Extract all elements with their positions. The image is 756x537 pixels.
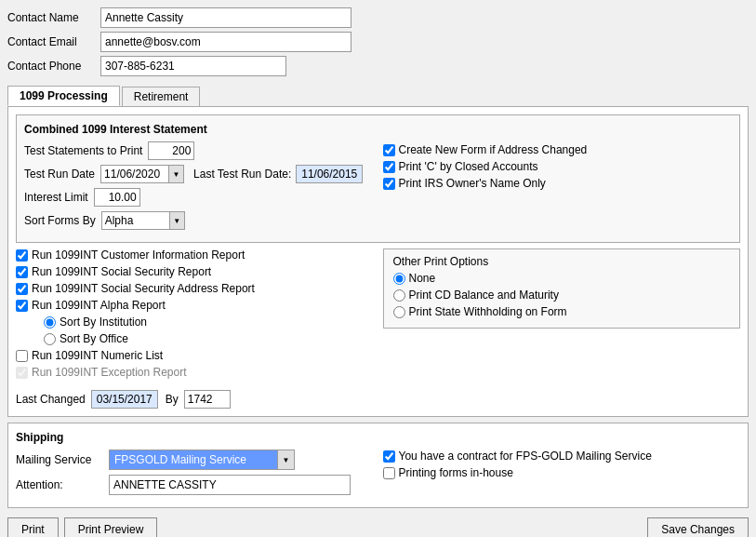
cb1-checkbox[interactable] xyxy=(16,249,28,262)
main-checkboxes-col: Run 1099INT Customer Information Report … xyxy=(16,248,374,383)
shipping-section: Shipping Mailing Service FPSGOLD Mailing… xyxy=(7,423,749,508)
create-new-form-label: Create New Form if Address Changed xyxy=(399,143,588,156)
other-print-col: Other Print Options None Print CD Balanc… xyxy=(383,248,741,383)
op3-label: Print State Withholding on Form xyxy=(409,305,567,318)
mailing-service-select[interactable]: FPSGOLD Mailing Service ▼ xyxy=(109,450,295,470)
create-new-form-row: Create New Form if Address Changed xyxy=(383,143,733,156)
cb3-label: Run 1099INT Social Security Address Repo… xyxy=(32,282,255,295)
op1-label: None xyxy=(409,272,436,285)
sort-institution-label: Sort By Institution xyxy=(60,315,147,329)
sort-institution-radio[interactable] xyxy=(44,316,56,329)
print-c-checkbox[interactable] xyxy=(383,161,395,173)
shipping-right-col: You have a contract for FPS-GOLD Mailing… xyxy=(383,450,741,500)
inhouse-checkbox[interactable] xyxy=(383,467,395,479)
sort-office-label: Sort By Office xyxy=(60,332,128,345)
contact-email-input[interactable] xyxy=(100,32,351,52)
other-print-title: Other Print Options xyxy=(393,255,731,268)
cb6-checkbox xyxy=(16,367,28,379)
cb5-label: Run 1099INT Numeric List xyxy=(32,349,163,362)
1099-processing-section: Combined 1099 Interest Statement Test St… xyxy=(7,106,749,417)
sort-forms-label: Sort Forms By xyxy=(24,214,96,227)
cb2-label: Run 1099INT Social Security Report xyxy=(32,265,211,278)
print-button[interactable]: Print xyxy=(7,517,59,537)
sort-institution-row: Sort By Institution xyxy=(44,315,374,329)
print-irs-row: Print IRS Owner's Name Only xyxy=(383,177,733,190)
test-run-date-arrow[interactable]: ▼ xyxy=(168,166,183,182)
combined-1099-box: Combined 1099 Interest Statement Test St… xyxy=(16,114,740,243)
tabs-bar: 1099 Processing Retirement xyxy=(7,86,749,106)
tab-retirement[interactable]: Retirement xyxy=(122,87,201,106)
cb6-label: Run 1099INT Exception Report xyxy=(32,366,187,379)
tab-1099[interactable]: 1099 Processing xyxy=(7,86,120,106)
cb1-row: Run 1099INT Customer Information Report xyxy=(16,248,374,262)
attention-input[interactable] xyxy=(109,475,351,495)
print-c-label: Print 'C' by Closed Accounts xyxy=(399,160,538,173)
other-print-box: Other Print Options None Print CD Balanc… xyxy=(383,248,741,329)
mailing-select-arrow[interactable]: ▼ xyxy=(277,450,294,469)
op1-row: None xyxy=(393,272,731,285)
last-changed-date: 03/15/2017 xyxy=(91,390,158,409)
right-checkboxes: Create New Form if Address Changed Print… xyxy=(383,141,733,235)
print-irs-checkbox[interactable] xyxy=(383,178,395,190)
interest-limit-input[interactable] xyxy=(94,188,140,207)
cb1-label: Run 1099INT Customer Information Report xyxy=(32,248,245,262)
contact-phone-input[interactable] xyxy=(100,56,286,76)
cb4-label: Run 1099INT Alpha Report xyxy=(32,299,166,312)
cb4-checkbox[interactable] xyxy=(16,300,28,312)
print-preview-button[interactable]: Print Preview xyxy=(64,517,158,537)
contact-phone-label: Contact Phone xyxy=(7,60,100,73)
attention-label: Attention: xyxy=(16,478,109,491)
left-buttons: Print Print Preview xyxy=(7,517,157,537)
interest-limit-label: Interest Limit xyxy=(24,191,88,204)
sort-office-radio[interactable] xyxy=(44,333,56,345)
inhouse-label: Printing forms in-house xyxy=(399,466,513,479)
last-test-run-label: Last Test Run Date: xyxy=(193,168,291,181)
bottom-bar: Print Print Preview Save Changes xyxy=(7,514,749,537)
last-changed-label: Last Changed xyxy=(16,393,86,406)
contact-name-input[interactable] xyxy=(100,7,351,28)
print-c-row: Print 'C' by Closed Accounts xyxy=(383,160,733,173)
save-changes-button[interactable]: Save Changes xyxy=(647,517,749,537)
op2-radio[interactable] xyxy=(393,289,405,302)
sort-office-row: Sort By Office xyxy=(44,332,374,345)
test-statements-label: Test Statements to Print xyxy=(24,144,142,157)
by-label: By xyxy=(166,393,179,406)
test-run-date-label: Test Run Date xyxy=(24,168,95,181)
shipping-title: Shipping xyxy=(16,431,740,444)
contract-row: You have a contract for FPS-GOLD Mailing… xyxy=(383,450,741,463)
combined-section-title: Combined 1099 Interest Statement xyxy=(24,123,732,136)
print-irs-label: Print IRS Owner's Name Only xyxy=(399,177,546,190)
cb6-row: Run 1099INT Exception Report xyxy=(16,366,374,379)
cb5-row: Run 1099INT Numeric List xyxy=(16,349,374,362)
op2-label: Print CD Balance and Maturity xyxy=(409,289,559,302)
contract-checkbox[interactable] xyxy=(383,450,395,463)
op3-radio[interactable] xyxy=(393,306,405,318)
cb3-row: Run 1099INT Social Security Address Repo… xyxy=(16,282,374,295)
sort-forms-select[interactable]: Alpha ▼ xyxy=(101,211,185,230)
by-input[interactable] xyxy=(184,390,231,409)
cb2-checkbox[interactable] xyxy=(16,266,28,278)
sort-forms-arrow[interactable]: ▼ xyxy=(169,212,184,229)
mailing-service-row: Mailing Service FPSGOLD Mailing Service … xyxy=(16,450,374,470)
op1-radio[interactable] xyxy=(393,273,405,285)
cb5-checkbox[interactable] xyxy=(16,350,28,362)
op3-row: Print State Withholding on Form xyxy=(393,305,731,318)
contact-email-label: Contact Email xyxy=(7,35,100,48)
contact-name-label: Contact Name xyxy=(7,11,100,24)
last-changed-row: Last Changed 03/15/2017 By xyxy=(16,390,740,409)
test-run-date-input[interactable]: 11/06/2020 ▼ xyxy=(100,165,184,183)
cb2-row: Run 1099INT Social Security Report xyxy=(16,265,374,278)
mailing-service-label: Mailing Service xyxy=(16,453,109,466)
inhouse-row: Printing forms in-house xyxy=(383,466,741,479)
attention-row: Attention: xyxy=(16,475,374,495)
cb4-row: Run 1099INT Alpha Report xyxy=(16,299,374,312)
last-test-run-value: 11/06/2015 xyxy=(296,165,363,183)
test-statements-input[interactable] xyxy=(148,141,194,160)
contract-label: You have a contract for FPS-GOLD Mailing… xyxy=(399,450,652,463)
create-new-form-checkbox[interactable] xyxy=(383,144,395,156)
cb3-checkbox[interactable] xyxy=(16,283,28,295)
op2-row: Print CD Balance and Maturity xyxy=(393,289,731,302)
